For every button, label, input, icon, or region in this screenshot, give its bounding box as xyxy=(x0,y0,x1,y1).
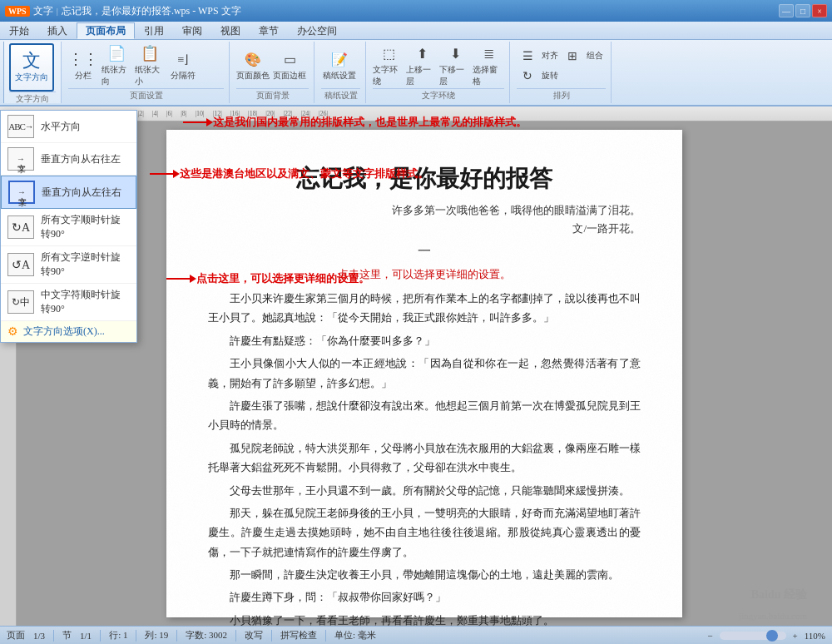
textwrap-group-label: 文字环绕 xyxy=(373,88,504,102)
title-bar-separator: | xyxy=(57,6,58,16)
ribbon-group-pagebg: 🎨 页面颜色 ▭ 页面边框 页面背景 xyxy=(231,42,314,103)
paragraph-9: 許慶生蹲下身，問：「叔叔帶你回家好嗎？」 xyxy=(208,587,641,607)
move-down-icon: ⬇ xyxy=(444,44,466,62)
zoom-thumb xyxy=(766,630,778,642)
chinese-cw-icon: ↻中 xyxy=(7,290,34,314)
status-divider-6 xyxy=(271,630,272,642)
text-direction-label: 文字方向 xyxy=(15,72,48,83)
document-subtitle1: 许多多第一次哦他爸爸，哦得他的眼睛溢满了泪花。 xyxy=(208,203,641,218)
ruler-mark: |4| xyxy=(152,110,158,117)
dropdown-item-rotate-ccw-label: 所有文字逆时针旋转90° xyxy=(41,250,130,279)
paper-size-icon: 📋 xyxy=(139,44,161,62)
tab-review[interactable]: 审阅 xyxy=(173,22,211,39)
paper-orientation-button[interactable]: 📄 纸张方向 xyxy=(102,44,131,87)
status-mode[interactable]: 改写 xyxy=(245,629,263,642)
title-bar: WPS 文字 | 忘记我，是你最好的报答.wps - WPS 文字 — □ × xyxy=(0,0,832,22)
tab-start[interactable]: 开始 xyxy=(0,22,38,39)
document-subtitle2: 文/一路开花。 xyxy=(208,221,641,236)
text-wrap-button[interactable]: ⬚ 文字环绕 xyxy=(373,44,404,87)
horizontal-icon: ABC→ xyxy=(7,115,34,138)
dropdown-item-vertical-rtl[interactable]: 文字↑ 垂直方向从右往左 xyxy=(1,143,136,176)
annotation-middle: 这些是港澳台地区以及满文、蒙文等文字排版样式。 xyxy=(150,166,815,181)
dropdown-item-horizontal[interactable]: ABC→ 水平方向 xyxy=(1,111,136,143)
dropdown-item-rotate-ccw[interactable]: ↺A 所有文字逆时针旋转90° xyxy=(1,246,136,284)
move-up-button[interactable]: ⬆ 上移一层 xyxy=(406,44,438,87)
ribbon-group-textwrap: ⬚ 文字环绕 ⬆ 上移一层 ⬇ 下移一层 ≣ 选择窗格 文字环绕 xyxy=(368,42,510,103)
status-col: 列: 19 xyxy=(145,629,168,642)
close-button[interactable]: × xyxy=(812,4,827,17)
status-divider-1 xyxy=(53,630,54,642)
tab-reference[interactable]: 引用 xyxy=(135,22,173,39)
vertical-ltr-icon: 文字↑ xyxy=(8,181,35,204)
arrow-line-middle xyxy=(150,173,175,175)
document-body: 王小贝来许慶生家第三個月的時候，把所有作業本上的名字都劃掉了，說以後再也不叫王小… xyxy=(208,289,641,626)
pagebg-group-label: 页面背景 xyxy=(236,88,309,102)
separator-icon: ≡⌋ xyxy=(172,50,194,68)
page-color-button[interactable]: 🎨 页面颜色 xyxy=(236,50,270,82)
dropdown-item-rotate-cw[interactable]: ↻A 所有文字顺时针旋转90° xyxy=(1,209,136,246)
selection-pane-button[interactable]: ≣ 选择窗格 xyxy=(473,44,504,87)
dropdown-item-vertical-ltr[interactable]: 文字↑ 垂直方向从左往右 xyxy=(1,176,136,209)
baidu-watermark: Baidu 经验 xyxy=(751,587,807,602)
dropdown-options-link[interactable]: ⚙ 文字方向选项(X)... xyxy=(1,321,136,342)
zoom-slider[interactable] xyxy=(720,632,786,640)
text-wrap-icon: ⬚ xyxy=(378,44,399,62)
zoom-out-button[interactable]: − xyxy=(707,631,712,641)
tab-insert[interactable]: 插入 xyxy=(38,22,77,39)
status-divider-2 xyxy=(100,630,101,642)
paragraph-4: 許慶生張了張嘴，想說什麼卻沒有說出來。他想起三個月前第一次在博愛孤兒院見到王小貝… xyxy=(208,396,641,435)
rotate-ccw-icon: ↺A xyxy=(7,253,34,276)
arrow-line-top xyxy=(183,121,208,123)
document-section1: 一 xyxy=(208,243,641,260)
arrow-head-middle xyxy=(173,170,180,178)
annotation-top-text: 这是我们国内最常用的排版样式，也是世界上最常见的排版样式。 xyxy=(213,121,527,130)
tab-pagelayout[interactable]: 页面布局 xyxy=(77,22,135,39)
tab-view[interactable]: 视图 xyxy=(211,22,250,39)
paper-size-button[interactable]: 📋 纸张大小 xyxy=(135,44,165,87)
selection-pane-icon: ≣ xyxy=(478,44,499,62)
tab-office[interactable]: 办公空间 xyxy=(288,22,346,39)
wps-logo: WPS xyxy=(5,6,30,17)
minimize-button[interactable]: — xyxy=(779,4,794,17)
dropdown-item-rotate-cw-label: 所有文字顺时针旋转90° xyxy=(41,213,130,241)
status-page-num: 1/3 xyxy=(33,631,45,641)
separator-button[interactable]: ≡⌋ 分隔符 xyxy=(168,50,198,82)
doc-content[interactable]: 这是我们国内最常用的排版样式，也是世界上最常见的排版样式。 这些是港澳台地区以及… xyxy=(17,121,832,626)
paragraph-8: 那一瞬間，許慶生決定收養王小貝，帶她離開這塊傷心的土地，遠赴美麗的雲南。 xyxy=(208,565,641,584)
arrow-head-click xyxy=(190,275,196,283)
paragraph-3: 王小貝像個小大人似的一本正經地說：「因為自從和你在一起，忽然覺得活著有了意義，開… xyxy=(208,354,641,393)
group-icon: ⊞ xyxy=(562,47,583,65)
text-direction-dropdown: ABC→ 水平方向 文字↑ 垂直方向从右往左 文字↑ 垂直方向从左往右 ↻A 所… xyxy=(0,110,137,343)
dropdown-item-horizontal-label: 水平方向 xyxy=(41,120,81,134)
ribbon-group-arrange: ☰ 对齐 ⊞ 组合 ↻ 旋转 排列 xyxy=(512,42,612,103)
page-color-icon: 🎨 xyxy=(242,50,264,68)
move-down-button[interactable]: ⬇ 下移一层 xyxy=(439,44,471,87)
status-wordcount: 字数: 3002 xyxy=(186,629,227,642)
dropdown-item-chinese-cw[interactable]: ↻中 中文字符顺时针旋转90° xyxy=(1,284,136,321)
status-divider-5 xyxy=(235,630,236,642)
draft-settings-button[interactable]: 📝 稿纸设置 xyxy=(321,50,358,82)
status-unit: 单位: 毫米 xyxy=(334,629,376,642)
title-bar-filename: 文字 xyxy=(33,4,53,18)
tab-chapter[interactable]: 章节 xyxy=(250,22,288,39)
title-bar-title: 忘记我，是你最好的报答.wps - WPS 文字 xyxy=(62,4,241,18)
status-spellcheck[interactable]: 拼写检查 xyxy=(280,629,317,642)
page-border-button[interactable]: ▭ 页面边框 xyxy=(273,50,306,82)
zoom-in-button[interactable]: + xyxy=(793,631,798,641)
text-direction-button[interactable]: 文 文字方向 xyxy=(9,43,54,92)
dropdown-options-label: 文字方向选项(X)... xyxy=(23,324,105,339)
columns-button[interactable]: ⋮⋮ 分栏 xyxy=(68,50,98,82)
ribbon-tabs: 开始 插入 页面布局 引用 审阅 视图 章节 办公空间 xyxy=(0,22,832,40)
page-border-icon: ▭ xyxy=(279,50,300,68)
document-page[interactable]: 忘记我，是你最好的报答 许多多第一次哦他爸爸，哦得他的眼睛溢满了泪花。 文/一路… xyxy=(166,130,682,617)
paragraph-6: 父母去世那年，王小貝還不到一歲。所有關於父母的記憶，只能靠聽聞來緩慢拼湊。 xyxy=(208,481,641,500)
annotation-click-text: 点击这里，可以选择更详细的设置。 xyxy=(196,271,369,286)
maximize-button[interactable]: □ xyxy=(795,4,810,17)
rotate-icon: ↻ xyxy=(517,67,538,85)
dropdown-item-vertical-ltr-label: 垂直方向从左往右 xyxy=(42,186,121,200)
status-bar: 页面 1/3 节 1/1 行: 1 列: 19 字数: 3002 改写 拼写检查… xyxy=(0,626,832,644)
pagesetup-group-label: 页面设置 xyxy=(68,88,224,102)
annotation-middle-text: 这些是港澳台地区以及满文、蒙文等文字排版样式。 xyxy=(180,166,428,181)
paragraph-7: 那天，躲在孤兒院王老師身後的王小貝，一雙明亮的大眼睛，好奇而充滿渴望地盯著許慶生… xyxy=(208,503,641,562)
columns-icon: ⋮⋮ xyxy=(72,50,94,68)
